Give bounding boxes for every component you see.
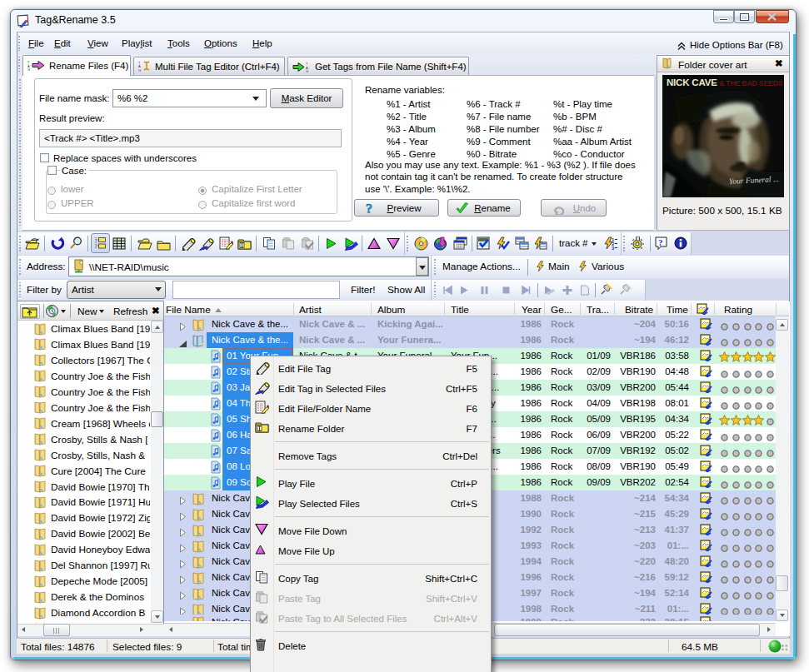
svg-text:G: G (27, 67, 30, 71)
svg-text:NICK CAVE: NICK CAVE (667, 77, 717, 87)
svg-text:?: ? (658, 237, 663, 247)
svg-text:?: ? (366, 202, 372, 215)
svg-text:G: G (138, 68, 141, 72)
svg-text:3: 3 (612, 246, 615, 250)
svg-text:& THE BAD SEEDS: & THE BAD SEEDS (719, 79, 783, 87)
svg-text:G: G (306, 69, 308, 72)
